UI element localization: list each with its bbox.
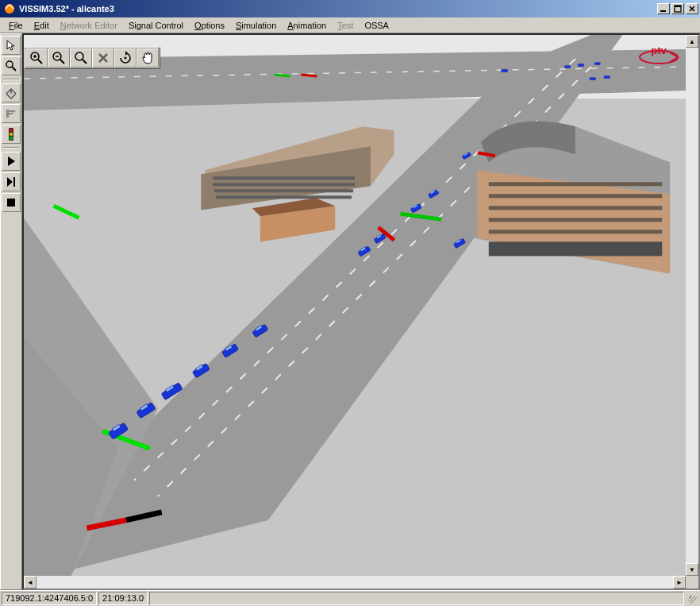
scroll-down-button[interactable]: ▼	[686, 563, 698, 576]
zoom-out-button[interactable]	[48, 48, 70, 68]
menu-network-editor[interactable]: Network Editor	[55, 19, 123, 32]
svg-rect-20	[213, 176, 355, 179]
scrollbar-corner	[686, 576, 698, 589]
workspace: ptv ▲ ▼ ◄ ►	[0, 33, 700, 590]
svg-text:ptv: ptv	[651, 44, 667, 56]
menu-signal-control[interactable]: Signal Control	[123, 19, 189, 32]
scroll-right-button[interactable]: ►	[673, 576, 686, 589]
svg-line-41	[301, 75, 317, 76]
scroll-up-button[interactable]: ▲	[686, 35, 698, 48]
title-bar: VISSIM3.52* - alicante3	[0, 0, 700, 17]
cancel-zoom-icon	[96, 51, 110, 65]
menu-simulation[interactable]: Simulation	[230, 19, 282, 32]
svg-line-5	[12, 67, 16, 71]
svg-rect-68	[578, 64, 584, 66]
zoom-window-button[interactable]	[70, 48, 92, 68]
svg-point-83	[125, 57, 127, 60]
status-bar: 719092.1:4247406.5:0 21:09:13.0	[0, 590, 700, 606]
view-toolbar[interactable]	[24, 47, 160, 69]
zoom-out-icon	[52, 51, 66, 65]
home-view-icon	[5, 87, 17, 99]
svg-rect-27	[489, 182, 662, 186]
horizontal-scrollbar[interactable]: ◄ ►	[24, 576, 686, 589]
pan-hand-button[interactable]	[137, 48, 159, 68]
menu-file[interactable]: File	[3, 19, 29, 32]
pan-hand-icon	[140, 51, 155, 65]
svg-rect-7	[13, 177, 15, 187]
scroll-left-button[interactable]: ◄	[24, 576, 37, 589]
home-view-button[interactable]	[2, 83, 21, 102]
svg-rect-22	[214, 189, 353, 192]
svg-rect-70	[604, 75, 610, 78]
magnifier-icon	[5, 60, 17, 72]
menu-options[interactable]: Options	[189, 19, 230, 32]
menu-ossa[interactable]: OSSA	[359, 19, 394, 32]
app-icon	[3, 2, 16, 15]
svg-line-79	[60, 60, 64, 64]
play-button[interactable]	[2, 152, 21, 171]
status-message	[149, 592, 684, 605]
svg-line-75	[38, 60, 42, 64]
ptv-logo-icon: ptv	[637, 38, 681, 67]
pointer-tool-button[interactable]	[2, 36, 21, 55]
svg-rect-69	[590, 77, 596, 79]
svg-rect-31	[489, 230, 662, 234]
scroll-track[interactable]	[686, 48, 698, 563]
svg-line-40	[275, 75, 290, 76]
window-title: VISSIM3.52* - alicante3	[19, 4, 657, 14]
svg-rect-71	[594, 62, 600, 64]
resize-grip-icon[interactable]	[686, 592, 698, 605]
status-sim-time: 21:09:13.0	[98, 592, 148, 605]
svg-line-82	[83, 60, 87, 64]
svg-rect-30	[489, 218, 662, 222]
minimize-button[interactable]	[657, 3, 670, 14]
viewport-3d[interactable]: ptv	[24, 35, 686, 576]
stop-icon	[5, 196, 17, 209]
maximize-button[interactable]	[671, 3, 684, 14]
svg-rect-28	[489, 194, 662, 198]
pointer-tool-icon	[5, 39, 17, 52]
menu-edit[interactable]: Edit	[29, 19, 55, 32]
link-tool-icon	[5, 107, 17, 120]
menu-bar: File Edit Network Editor Signal Control …	[0, 17, 700, 33]
signal-head-icon	[9, 128, 13, 141]
rotate-view-button[interactable]	[114, 48, 137, 68]
menu-animation[interactable]: Animation	[282, 19, 332, 32]
svg-rect-1	[660, 10, 666, 12]
svg-point-81	[75, 52, 83, 60]
rotate-view-icon	[118, 51, 133, 65]
mode-toolbar	[0, 33, 22, 590]
scene-canvas	[24, 35, 686, 576]
svg-rect-32	[489, 241, 662, 256]
scroll-track[interactable]	[37, 576, 673, 589]
zoom-tool-button[interactable]	[2, 56, 21, 75]
zoom-window-icon	[74, 51, 88, 65]
link-tool-button[interactable]	[2, 104, 21, 123]
toolbar-separator	[3, 79, 19, 80]
stop-button[interactable]	[2, 193, 21, 212]
viewport-frame: ptv ▲ ▼ ◄ ►	[22, 33, 700, 590]
svg-rect-21	[213, 183, 355, 186]
step-icon	[5, 176, 17, 188]
svg-rect-8	[7, 199, 15, 207]
svg-rect-6	[6, 110, 9, 118]
svg-point-4	[6, 61, 13, 68]
svg-rect-3	[675, 6, 681, 7]
cancel-zoom-button[interactable]	[92, 48, 114, 68]
svg-rect-29	[489, 206, 662, 210]
menu-test[interactable]: Test	[332, 19, 359, 32]
play-icon	[5, 155, 17, 168]
signal-tool-button[interactable]	[2, 125, 21, 144]
step-button[interactable]	[2, 172, 21, 191]
svg-rect-67	[564, 65, 571, 68]
toolbar-separator	[3, 147, 19, 149]
zoom-in-icon	[29, 51, 44, 65]
zoom-in-button[interactable]	[25, 48, 48, 68]
svg-rect-23	[216, 195, 352, 199]
close-button[interactable]	[686, 3, 698, 14]
svg-rect-66	[502, 69, 508, 72]
vertical-scrollbar[interactable]: ▲ ▼	[686, 35, 698, 576]
status-coordinates: 719092.1:4247406.5:0	[2, 592, 97, 605]
